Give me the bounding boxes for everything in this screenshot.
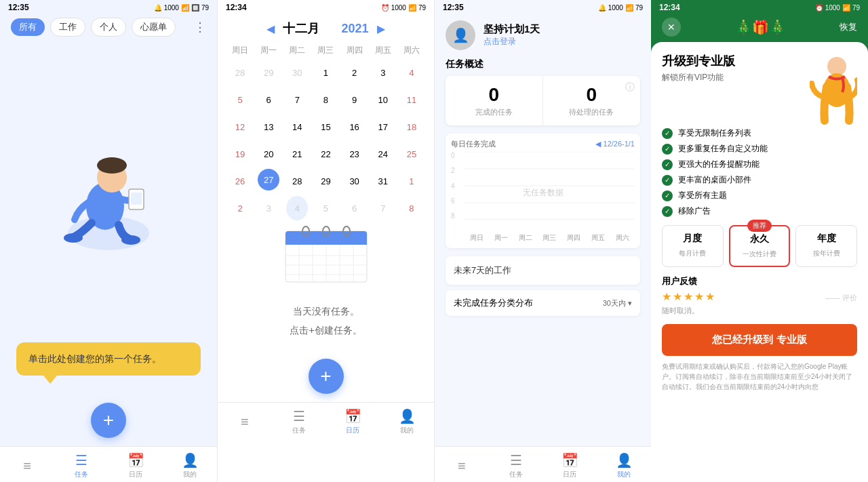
tab-wishlist[interactable]: 心愿单 [132,18,176,37]
dist-period-dropdown[interactable]: 30天内 ▾ [603,298,632,308]
calendar-day[interactable]: 23 [344,142,366,166]
close-button[interactable]: ✕ [662,18,681,37]
login-link[interactable]: 点击登录 [484,36,640,47]
upgrade-button[interactable]: 您已经升级到 专业版 [662,324,857,356]
next-month-button[interactable]: ▶ [377,22,385,35]
calendar-day[interactable]: 6 [344,196,366,220]
plan-yearly-name: 年度 [802,233,851,245]
calendar-day[interactable]: 27 [258,169,279,190]
upgrade-subtitle: 解锁所有VIP功能 [662,72,735,83]
chart-header: 每日任务完成 ◀ 12/26-1/1 [451,139,635,149]
nav-calendar[interactable]: 📅 日历 [115,452,156,479]
svg-rect-7 [131,193,142,205]
nav3-cal-label: 日历 [563,470,576,479]
stat-pending: ⓘ 0 待处理的任务 [543,76,641,125]
calendar-day[interactable]: 12 [229,115,251,139]
restore-button[interactable]: 恢复 [840,21,857,33]
calendar-day[interactable]: 9 [344,87,366,112]
nav-profile[interactable]: 👤 我的 [170,452,210,479]
calendar-day[interactable]: 13 [258,115,279,139]
more-icon[interactable]: ⋮ [194,20,206,35]
panel-tasks: 12:35 🔔 1000 📶 🔲 79 所有 工作 个人 心愿单 ⋮ [0,0,217,482]
add-task-button[interactable]: + [91,403,126,438]
calendar-day[interactable]: 14 [286,115,308,139]
chart-nav[interactable]: ◀ 12/26-1/1 [595,140,635,148]
calendar-day[interactable]: 28 [286,169,308,193]
nav2-menu[interactable]: ≡ [224,414,265,430]
tab-all[interactable]: 所有 [11,18,45,36]
stats-cards: 0 完成的任务 ⓘ 0 待处理的任务 [446,76,640,125]
nav2-tasks[interactable]: ☰ 任务 [279,408,319,435]
calendar-day[interactable]: 7 [372,196,394,220]
vip-illustration [810,53,857,127]
calendar-day[interactable]: 26 [229,169,251,193]
calendar-day[interactable]: 28 [229,60,251,85]
nav-tasks[interactable]: ☰ 任务 [61,452,102,479]
nav-menu[interactable]: ≡ [7,458,47,474]
calendar-day[interactable]: 24 [372,142,394,166]
calendar-day[interactable]: 4 [401,60,422,85]
feature-text-3: 更强大的任务提醒功能 [678,159,760,170]
calendar-day[interactable]: 8 [401,196,422,220]
calendar-day[interactable]: 3 [258,196,279,220]
reviews-title: 用户反馈 [662,275,857,287]
calendar-day[interactable]: 5 [315,196,336,220]
nav-profile-label: 我的 [183,470,197,479]
add-calendar-task-button[interactable]: + [309,359,344,394]
empty-message: 当天没有任务。 点击+创建任务。 [218,288,434,353]
calendar-day[interactable]: 2 [344,60,366,85]
nav2-profile[interactable]: 👤 我的 [387,408,427,435]
feature-2: ✓ 更多重复任务自定义功能 [662,143,857,155]
battery-2-icon: 79 [418,4,426,12]
calendar-day[interactable]: 2 [229,196,251,220]
alarm4-icon: ⏰ [815,4,823,12]
calendar-day[interactable]: 19 [229,142,251,166]
nav3-menu[interactable]: ≡ [441,458,482,474]
tab-personal[interactable]: 个人 [91,18,126,37]
header-decoration: 🎄🎁🎄 [681,19,840,35]
calendar-day[interactable]: 11 [401,87,422,112]
plan-lifetime[interactable]: 推荐 永久 一次性计费 [729,225,791,267]
calendar-day[interactable]: 5 [229,87,251,112]
status-time-4: 12:34 [659,3,680,12]
calendar-day[interactable]: 8 [315,87,336,112]
plan-monthly[interactable]: 月度 每月计费 [662,225,724,267]
profile-icon: 👤 [182,452,199,468]
info-icon[interactable]: ⓘ [625,81,635,94]
calendar-day[interactable]: 15 [315,115,336,139]
plan-yearly[interactable]: 年度 按年计费 [795,225,857,267]
nav3-tasks[interactable]: ☰ 任务 [496,452,536,479]
nav3-tasks-label: 任务 [509,470,523,479]
plan-yearly-desc: 按年计费 [802,249,851,258]
nav3-profile[interactable]: 👤 我的 [604,452,644,479]
nav3-calendar[interactable]: 📅 日历 [549,452,590,479]
bottom-nav-3: ≡ ☰ 任务 📅 日历 👤 我的 [435,446,651,482]
calendar-day[interactable]: 18 [401,115,422,139]
calendar-day[interactable]: 6 [258,87,279,112]
calendar-day[interactable]: 7 [286,87,308,112]
user-info: 坚持计划1天 点击登录 [484,23,640,47]
calendar-day[interactable]: 29 [315,169,336,193]
nav2-calendar[interactable]: 📅 日历 [332,408,373,435]
avatar[interactable]: 👤 [446,20,475,50]
calendar-day[interactable]: 4 [286,196,308,220]
calendar-day[interactable]: 17 [372,115,394,139]
calendar-day[interactable]: 3 [372,60,394,85]
calendar-day[interactable]: 20 [258,142,279,166]
prev-month-button[interactable]: ◀ [267,22,275,35]
calendar-day[interactable]: 29 [258,60,279,85]
calendar-day[interactable]: 30 [286,60,308,85]
calendar-day[interactable]: 16 [344,115,366,139]
calendar-day[interactable]: 22 [315,142,336,166]
calendar-day[interactable]: 10 [372,87,394,112]
calendar-day[interactable]: 21 [286,142,308,166]
calendar-day[interactable]: 31 [372,169,394,193]
bottom-nav-2: ≡ ☰ 任务 📅 日历 👤 我的 [218,402,434,438]
check-icon-4: ✓ [662,175,673,186]
calendar-day[interactable]: 1 [315,60,336,85]
create-task-bubble[interactable]: 单击此处创建您的第一个任务。 [16,342,201,376]
calendar-day[interactable]: 30 [344,169,366,193]
calendar-day[interactable]: 25 [401,142,422,166]
calendar-day[interactable]: 1 [401,169,422,193]
tab-work[interactable]: 工作 [50,18,85,37]
